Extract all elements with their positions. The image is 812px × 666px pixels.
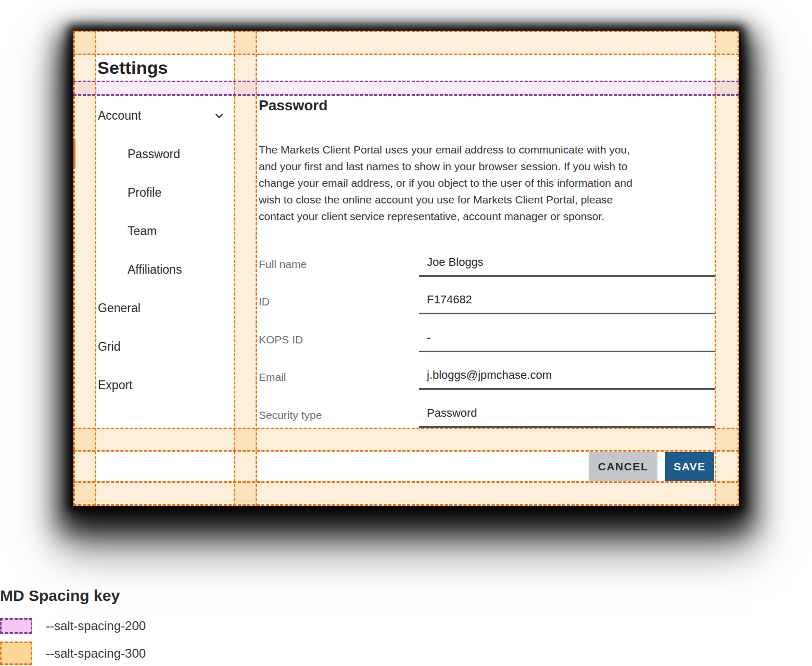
- chevron-down-icon: [213, 109, 225, 122]
- dialog-title: Settings: [97, 55, 168, 81]
- field-label: Security type: [259, 409, 419, 428]
- canvas: Settings Account Password Profile Team A…: [0, 0, 812, 666]
- legend-item-spacing-300: --salt-spacing-300: [0, 642, 146, 665]
- panel-heading: Password: [259, 97, 327, 114]
- kops-id-field[interactable]: -: [419, 331, 715, 352]
- sidebar-item-team[interactable]: Team: [96, 212, 234, 250]
- spacing-200-swatch: [0, 618, 32, 634]
- spacing-guide-right-strip: [715, 31, 739, 506]
- sidebar-item-label: Affiliations: [128, 263, 182, 277]
- spacing-guide-mid-band: [73, 428, 739, 452]
- field-label: Email: [259, 371, 419, 390]
- legend-item-spacing-200: --salt-spacing-200: [0, 618, 146, 634]
- cancel-button[interactable]: CANCEL: [589, 452, 657, 481]
- sidebar-item-affiliations[interactable]: Affiliations: [96, 250, 234, 289]
- intro-paragraph: The Markets Client Portal uses your emai…: [259, 142, 719, 225]
- full-name-field[interactable]: Joe Bloggs: [419, 255, 715, 277]
- sidebar-item-general[interactable]: General: [96, 289, 234, 327]
- sidebar-item-account[interactable]: Account: [96, 96, 234, 135]
- sidebar-item-label: Profile: [128, 186, 161, 200]
- field-label: ID: [259, 296, 419, 314]
- field-label: Full name: [259, 258, 419, 277]
- legend-label: --salt-spacing-300: [46, 646, 146, 661]
- sidebar-item-label: Export: [98, 378, 132, 392]
- spacing-guide-pink-band: [73, 81, 739, 96]
- spacing-key-legend: MD Spacing key --salt-spacing-200 --salt…: [0, 587, 271, 605]
- spacing-300-swatch: [0, 642, 32, 665]
- form-row-email: Email j.bloggs@jpmchase.com: [259, 352, 715, 390]
- spacing-guide-top-band: [73, 31, 739, 55]
- save-button[interactable]: SAVE: [665, 452, 714, 481]
- spacing-guide-left-strip: [73, 31, 96, 506]
- active-item-indicator: [73, 139, 75, 168]
- spacing-guide-bottom-band: [73, 481, 739, 506]
- legend-label: --salt-spacing-200: [46, 619, 146, 633]
- legend-heading: MD Spacing key: [0, 587, 271, 605]
- sidebar-item-grid[interactable]: Grid: [96, 327, 234, 366]
- form-row-full-name: Full name Joe Bloggs: [259, 239, 715, 277]
- sidebar-item-label: Password: [128, 147, 180, 161]
- sidebar-item-label: General: [98, 301, 141, 315]
- paragraph-line: wish to close the online account you use…: [259, 191, 719, 208]
- field-label: KOPS ID: [259, 334, 419, 352]
- paragraph-line: The Markets Client Portal uses your emai…: [259, 142, 719, 158]
- email-field[interactable]: j.bloggs@jpmchase.com: [419, 368, 715, 390]
- form-row-id: ID F174682: [259, 277, 715, 315]
- security-type-field[interactable]: Password: [419, 406, 715, 428]
- form-row-kops-id: KOPS ID -: [259, 314, 715, 352]
- id-field[interactable]: F174682: [419, 293, 715, 314]
- sidebar-item-label: Team: [128, 224, 157, 238]
- form-row-security-type: Security type Password: [259, 390, 715, 428]
- spacing-guide-gutter-strip: [234, 31, 257, 506]
- sidebar-item-label: Grid: [98, 340, 120, 354]
- paragraph-line: change your email address, or if you obj…: [259, 175, 719, 191]
- sidebar-item-profile[interactable]: Profile: [96, 173, 234, 212]
- paragraph-line: contact your client service representati…: [259, 208, 719, 225]
- settings-sidebar: Account Password Profile Team Affiliatio…: [96, 96, 234, 404]
- sidebar-item-export[interactable]: Export: [96, 366, 234, 404]
- settings-dialog: Settings Account Password Profile Team A…: [73, 31, 739, 506]
- sidebar-item-label: Account: [98, 109, 141, 123]
- sidebar-item-password[interactable]: Password: [96, 135, 234, 173]
- account-form: Full name Joe Bloggs ID F174682 KOPS ID …: [259, 239, 715, 428]
- paragraph-line: and your first and last names to show in…: [259, 158, 719, 175]
